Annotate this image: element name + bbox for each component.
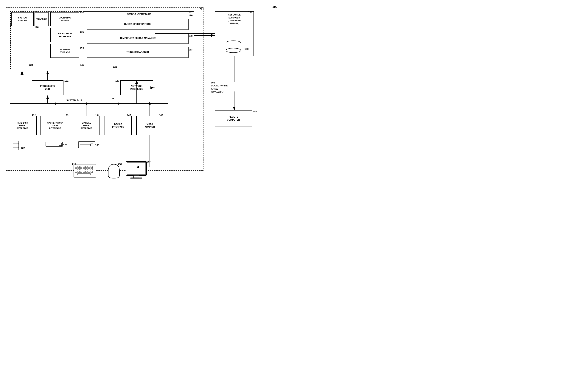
remote-computer-box: REMOTECOMPUTER — [215, 110, 252, 127]
svg-rect-33 — [85, 171, 87, 172]
ref-140: 140 — [72, 162, 76, 165]
ref-100: 100 — [272, 5, 277, 9]
video-adapter-box: VIDEOADAPTER — [136, 116, 163, 135]
hard-disk-icon — [12, 140, 29, 152]
svg-rect-27 — [88, 168, 90, 170]
trigger-manager-box: TRIGGER MANAGER — [87, 47, 189, 58]
svg-rect-34 — [88, 171, 90, 172]
optical-drive-interface-box: OPTICALDRIVEINTERFACE — [73, 116, 100, 135]
ref-182: 182 — [189, 49, 193, 52]
ref-136: 136 — [80, 30, 84, 33]
svg-rect-6 — [13, 144, 19, 147]
operating-system-box: OPERATINGSYSTEM — [50, 12, 79, 26]
rom-bios-box: (ROM)BIOS — [35, 12, 49, 26]
svg-rect-35 — [91, 171, 93, 172]
svg-rect-41 — [134, 175, 139, 178]
ref-149: 149 — [253, 110, 257, 113]
svg-rect-19 — [85, 166, 87, 168]
ref-124: 124 — [29, 63, 33, 66]
ref-126: 126 — [35, 26, 39, 28]
ref-125: 125 — [80, 63, 84, 66]
ref-148: 148 — [159, 114, 163, 117]
svg-rect-20 — [88, 166, 90, 168]
hard-disk-drive-interface-box: HARD DISKDRIVEINTERFACE — [8, 116, 37, 135]
temporary-result-manager-box: TEMPORARY RESULT MANAGER — [87, 33, 189, 44]
ref-123: 123 — [110, 97, 114, 100]
ref-132: 132 — [32, 114, 36, 117]
svg-rect-31 — [80, 171, 82, 172]
ref-127: 127 — [21, 147, 25, 149]
svg-rect-24 — [80, 168, 82, 170]
svg-rect-16 — [78, 166, 80, 168]
ref-102: 102 — [198, 8, 203, 11]
svg-rect-32 — [83, 171, 85, 172]
ref-128: 128 — [63, 144, 67, 147]
ref-133: 133 — [64, 114, 69, 117]
query-specifications-box: QUERY SPECIFICATIONS — [87, 19, 189, 30]
magnetic-disk-icon — [45, 140, 65, 151]
network-interface-box: NETWORKINTERFACE — [120, 80, 153, 95]
ref-135: 135 — [80, 11, 84, 14]
ref-138: 138 — [248, 11, 252, 14]
svg-rect-15 — [75, 166, 77, 168]
local-wide-area-network-label: LOCAL / WIDEAREANETWORK — [211, 84, 254, 94]
ref-137: 137 — [189, 11, 193, 14]
svg-rect-7 — [13, 147, 19, 150]
svg-rect-26 — [85, 168, 87, 170]
ref-145: 145 — [127, 114, 131, 117]
processing-unit-box: PROCESSINGUNIT — [32, 80, 63, 95]
svg-rect-9 — [59, 143, 62, 146]
query-optimizer-label: QUERY OPTIMIZER — [85, 12, 193, 15]
magnetic-disk-drive-interface-box: MAGNETIC DISKDRIVEINTERFACE — [40, 116, 70, 135]
device-interface-box: DEVICEINTERFACE — [105, 116, 132, 135]
svg-rect-14 — [74, 164, 96, 177]
svg-rect-5 — [13, 141, 19, 144]
ref-162: 162 — [80, 46, 84, 49]
system-bus-label: SYSTEM BUS — [66, 99, 82, 102]
working-storage-box: WORKINGSTORAGE — [50, 44, 79, 58]
svg-rect-18 — [83, 166, 85, 168]
svg-rect-23 — [78, 168, 80, 170]
ref-122: 122 — [113, 65, 117, 68]
svg-rect-42 — [131, 178, 142, 179]
svg-rect-21 — [91, 166, 93, 168]
ref-160: 160 — [245, 48, 249, 50]
svg-rect-28 — [91, 168, 93, 170]
svg-rect-40 — [127, 162, 146, 175]
keyboard-icon — [73, 163, 97, 179]
application-programs-box: APPLICATIONPROGRAMS — [50, 28, 79, 42]
ref-130: 130 — [95, 144, 99, 147]
diagram-container: 100 102 124 SYSTEMMEMORY (ROM)BIOS 126 O… — [0, 0, 283, 196]
svg-point-4 — [226, 48, 241, 53]
ref-180: 180 — [189, 35, 193, 37]
optical-drive-icon — [77, 140, 98, 152]
monitor-icon — [125, 161, 148, 180]
database-icon — [224, 40, 243, 53]
system-memory-box: SYSTEMMEMORY — [11, 12, 34, 26]
svg-rect-22 — [75, 168, 77, 170]
ref-121: 121 — [64, 79, 69, 82]
svg-rect-12 — [91, 144, 93, 146]
ref-147: 147 — [147, 161, 151, 163]
svg-rect-17 — [80, 166, 82, 168]
svg-rect-30 — [78, 171, 80, 172]
ref-170: 170 — [189, 14, 193, 17]
ref-151: 151 — [211, 81, 215, 84]
svg-rect-36 — [77, 174, 91, 175]
mouse-icon — [107, 163, 120, 181]
svg-rect-29 — [75, 171, 77, 172]
ref-134: 134 — [95, 114, 99, 117]
ref-153: 153 — [115, 79, 120, 82]
svg-rect-25 — [83, 168, 85, 170]
ref-142: 142 — [118, 162, 122, 165]
